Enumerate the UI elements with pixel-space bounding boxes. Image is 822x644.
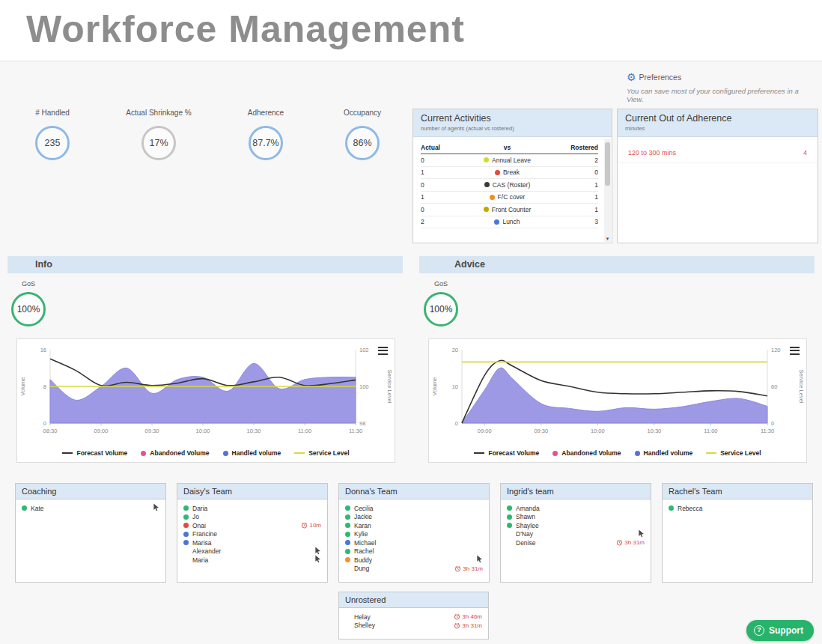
adherence-subtitle: minutes	[625, 125, 810, 132]
legend-item-abandoned-volume[interactable]: Abandoned Volume	[141, 449, 209, 457]
kpi-row: # Handled235Actual Shrinkage %17%Adheren…	[0, 109, 404, 176]
scroll-down-arrow-icon[interactable]: ▼	[604, 237, 611, 241]
info-chart: 08:3009:0009:3010:0010:3011:0011:3008169…	[17, 342, 395, 441]
legend-marker	[474, 452, 484, 454]
legend-item-service-level[interactable]: Service Level	[294, 449, 349, 457]
cursor-icon[interactable]	[153, 503, 159, 511]
member-status-dot	[183, 505, 189, 511]
activity-rostered-count: 0	[568, 168, 598, 176]
activity-rostered-count: 1	[568, 181, 598, 189]
svg-text:100: 100	[359, 383, 369, 390]
team-member-row[interactable]: Alexander	[183, 547, 321, 556]
activity-actual-count: 2	[421, 218, 446, 225]
member-status-dot	[22, 505, 27, 511]
gos-label: GoS	[6, 280, 51, 288]
adherence-count: 4	[803, 149, 807, 157]
team-member-row[interactable]: Kate	[22, 504, 159, 513]
legend-marker	[223, 451, 228, 456]
kpi-label: Actual Shrinkage %	[120, 109, 198, 117]
support-button[interactable]: ? Support	[746, 620, 814, 641]
cursor-icon[interactable]	[314, 547, 321, 555]
chart-menu-icon[interactable]	[378, 344, 388, 356]
legend-marker	[552, 451, 558, 456]
legend-item-forecast-volume[interactable]: Forecast Volume	[62, 449, 127, 457]
team-member-row[interactable]: Marisa	[183, 538, 321, 547]
team-member-row[interactable]: Onai10m	[183, 521, 321, 530]
cursor-icon-wrap[interactable]	[153, 503, 159, 513]
team-member-row[interactable]: Jackie	[345, 513, 483, 522]
team-member-row[interactable]: Rebecca	[669, 504, 806, 513]
member-name: Kylie	[354, 530, 483, 538]
svg-text:11:00: 11:00	[298, 428, 311, 434]
legend-item-handled-volume[interactable]: Handled volume	[635, 449, 693, 457]
cursor-icon-wrap[interactable]	[476, 555, 483, 565]
legend-marker	[62, 452, 73, 454]
team-member-row[interactable]: Jo	[183, 513, 321, 522]
team-member-row[interactable]: Shaylee	[507, 521, 645, 530]
advice-section-title: Advice	[454, 259, 485, 270]
preferences-link[interactable]: ⚙ Preferences	[627, 72, 817, 82]
legend-item-abandoned-volume[interactable]: Abandoned Volume	[552, 449, 621, 457]
team-member-row[interactable]: Dung3h 31m	[345, 565, 483, 574]
team-member-row[interactable]: Maria	[183, 556, 321, 565]
team-member-row[interactable]: Buddy	[345, 556, 483, 565]
team-member-row[interactable]: Michael	[345, 538, 483, 547]
chart-svg: 09:0009:3010:0010:3011:0011:300102006012…	[429, 342, 806, 441]
team-member-row[interactable]: Francine	[183, 530, 321, 539]
team-member-row[interactable]: Helay3h 46m	[345, 613, 482, 622]
member-row-icons	[638, 529, 645, 539]
team-member-row[interactable]: Amanda	[507, 504, 645, 513]
team-member-row[interactable]: Cecilia	[345, 504, 483, 513]
adherence-range: 120 to 300 mins	[628, 149, 676, 157]
legend-item-handled-volume[interactable]: Handled volume	[223, 449, 281, 457]
scrollbar-thumb[interactable]	[605, 142, 610, 186]
activity-dot	[495, 170, 500, 175]
member-name: Daria	[192, 505, 321, 512]
activity-row: 1Break0	[421, 167, 598, 180]
cursor-icon[interactable]	[638, 529, 645, 538]
team-member-row[interactable]: Daria	[183, 504, 321, 513]
member-status-dot	[183, 532, 189, 537]
team-member-row[interactable]: Denise3h 31m	[507, 538, 645, 547]
svg-text:102: 102	[359, 347, 369, 353]
chart-menu-icon[interactable]	[790, 344, 800, 356]
activity-name-cell: CAS (Roster)	[446, 181, 568, 189]
member-name: D'Nay	[516, 530, 638, 538]
member-status-dot	[345, 505, 350, 511]
member-status-dot	[345, 614, 350, 619]
cursor-icon-wrap[interactable]	[314, 555, 321, 565]
legend-item-service-level[interactable]: Service Level	[706, 449, 761, 457]
legend-label: Service Level	[308, 449, 349, 457]
team-member-row[interactable]: Karan	[345, 521, 483, 530]
team-member-row[interactable]: Rachel	[345, 547, 483, 556]
activity-actual-count: 0	[421, 157, 446, 164]
gear-icon: ⚙	[627, 72, 636, 82]
svg-text:0: 0	[455, 420, 458, 427]
svg-text:8: 8	[43, 383, 46, 390]
advice-chart-card: 09:0009:3010:0010:3011:0011:300102006012…	[428, 338, 807, 463]
team-member-row[interactable]: Shelley3h 31m	[345, 622, 482, 631]
cursor-icon[interactable]	[314, 555, 321, 563]
support-label: Support	[769, 625, 803, 636]
chart-svg: 08:3009:0009:3010:0010:3011:0011:3008169…	[17, 342, 395, 441]
team-member-row[interactable]: D'Nay	[507, 530, 645, 539]
cursor-icon[interactable]	[476, 555, 483, 563]
svg-text:11:30: 11:30	[761, 428, 774, 434]
scrollbar[interactable]: ▼	[604, 139, 611, 242]
member-name: Maria	[192, 556, 314, 564]
legend-marker	[706, 452, 716, 454]
cursor-icon-wrap[interactable]	[638, 529, 645, 539]
team-member-row[interactable]: Shawn	[507, 513, 645, 522]
alarm-time: 3h 46m	[462, 613, 482, 620]
team-panel-coaching: CoachingKate	[15, 483, 166, 583]
legend-item-forecast-volume[interactable]: Forecast Volume	[474, 449, 539, 457]
team-panel-unrostered: UnrosteredHelay3h 46mShelley3h 31m	[338, 592, 489, 640]
kpi-circle: 17%	[141, 126, 176, 160]
activity-name: CAS (Roster)	[493, 181, 531, 189]
team-member-row[interactable]: Kylie	[345, 530, 483, 539]
member-name: Shawn	[516, 513, 645, 520]
activity-row: 2Lunch3	[421, 216, 598, 229]
member-status-dot	[345, 540, 350, 545]
member-name: Amanda	[516, 505, 645, 512]
activity-name-cell: Lunch	[446, 218, 568, 225]
